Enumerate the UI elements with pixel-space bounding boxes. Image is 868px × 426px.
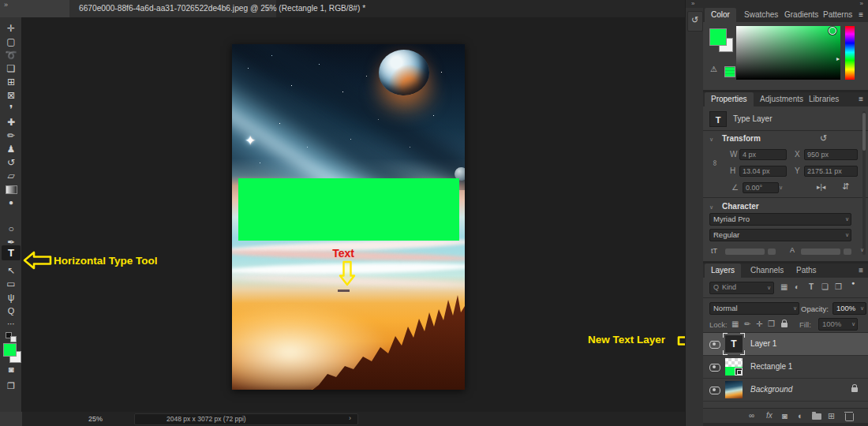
gradient-tool[interactable] [0, 183, 22, 197]
visibility-eye-icon[interactable] [709, 364, 720, 372]
layer-row-selected[interactable]: T Layer 1 [703, 333, 868, 355]
path-selection-tool[interactable]: ↖ [0, 264, 22, 277]
filter-smart-object-icon[interactable]: ❐ [835, 282, 842, 291]
properties-scroll-down-icon[interactable]: ∨ [860, 247, 864, 253]
flip-vertical-icon[interactable]: ⇵ [842, 181, 849, 192]
quick-mask-icon[interactable]: ◙ [0, 363, 22, 376]
clone-stamp-tool[interactable]: ♟ [0, 143, 22, 155]
adjustment-layer-icon[interactable]: ◐ [798, 411, 803, 420]
layer-thumbnail[interactable] [725, 358, 743, 376]
collapse-right-dock-icon[interactable]: » [860, 0, 863, 7]
foreground-color-swatch[interactable] [3, 343, 17, 357]
move-tool[interactable]: ✛ [0, 22, 22, 35]
flip-horizontal-icon[interactable]: ▸|◂ [817, 183, 825, 191]
zoom-tool[interactable]: Q [0, 305, 22, 317]
frame-tool[interactable]: ⊠ [0, 89, 22, 102]
width-field[interactable]: 4 px [739, 149, 787, 160]
tab-swatches[interactable]: Swatches [744, 8, 778, 22]
properties-panel-menu-icon[interactable]: ≡ [859, 95, 863, 103]
link-layers-icon[interactable]: ∞ [749, 411, 754, 420]
hue-slider-marker[interactable]: ▸ [836, 55, 840, 62]
tab-color[interactable]: Color [705, 8, 736, 22]
doc-info-chevron[interactable]: › [349, 414, 351, 422]
history-brush-tool[interactable]: ↺ [0, 156, 22, 169]
layer-name[interactable]: Layer 1 [750, 339, 776, 348]
saturation-field[interactable] [736, 26, 840, 80]
layer-name[interactable]: Background [750, 385, 792, 394]
blend-mode-select[interactable]: Normal∨ [709, 302, 799, 315]
tracking-field[interactable] [801, 248, 840, 255]
layer-filter-field[interactable]: Q Kind ∨ [709, 282, 774, 294]
dodge-tool[interactable]: ○ [0, 222, 22, 235]
lock-position-icon[interactable]: ✛ [756, 320, 762, 328]
kind-dropdown-icon[interactable]: ∨ [767, 285, 771, 291]
blur-tool[interactable]: ● [0, 196, 22, 209]
tab-paths[interactable]: Paths [796, 263, 817, 278]
spot-healing-brush-tool[interactable]: ✚ [0, 116, 22, 129]
filter-type-icon[interactable]: T [809, 282, 814, 291]
tab-libraries[interactable]: Libraries [809, 92, 839, 106]
tab-properties[interactable]: Properties [705, 92, 754, 106]
visibility-eye-icon[interactable] [709, 387, 720, 394]
type-tool-selected-tile[interactable]: T [2, 245, 21, 260]
x-field[interactable]: 950 px [804, 149, 858, 160]
hue-slider[interactable] [845, 26, 855, 80]
lock-transparency-icon[interactable]: ▦ [731, 320, 739, 328]
delete-layer-icon[interactable] [845, 413, 854, 421]
lock-pixels-icon[interactable]: ✏ [744, 320, 750, 328]
layer-name[interactable]: Rectangle 1 [750, 362, 792, 371]
edit-toolbar-icon[interactable]: ⋯ [0, 318, 22, 331]
document-canvas[interactable]: ✦ Text [232, 44, 465, 390]
document-tab[interactable]: 6670e000-88f6-4a6d-aa31-7026522de4b6.jpe… [69, 0, 276, 17]
visibility-eye-icon[interactable] [709, 341, 720, 349]
tab-channels[interactable]: Channels [750, 263, 784, 278]
font-style-select[interactable]: Regular∨ [709, 229, 851, 241]
tab-gradients[interactable]: Gradients [784, 8, 818, 22]
lock-artboard-icon[interactable]: ❐ [768, 320, 775, 328]
layers-panel-menu-icon[interactable]: ≡ [859, 266, 863, 275]
height-field[interactable]: 13.04 px [739, 166, 787, 177]
opacity-field[interactable]: 100%∨ [832, 302, 866, 315]
font-size-dropdown[interactable] [768, 248, 776, 255]
filter-pixel-icon[interactable]: ▦ [780, 282, 788, 291]
crop-tool[interactable]: ⊞ [0, 76, 22, 88]
filter-adjustment-icon[interactable]: ◐ [795, 282, 799, 291]
properties-scrollbar[interactable] [862, 111, 866, 255]
doc-info-field[interactable]: 2048 px x 3072 px (72 ppi) › [134, 413, 358, 425]
transform-collapse-icon[interactable]: ∨ [709, 136, 713, 143]
color-picker-ring[interactable] [829, 27, 836, 35]
brush-tool[interactable]: ✏ [0, 129, 22, 142]
tab-adjustments[interactable]: Adjustments [760, 92, 803, 106]
layer-thumbnail[interactable] [725, 381, 743, 398]
angle-field[interactable]: 0.00° [743, 182, 779, 193]
eyedropper-tool[interactable]: ❜ [0, 103, 22, 115]
filter-shape-icon[interactable]: ❏ [821, 282, 829, 291]
object-selection-tool[interactable]: ❏ [0, 62, 22, 75]
fg-color-chip[interactable] [709, 28, 727, 46]
filter-pin-icon[interactable]: ● [851, 280, 855, 286]
fill-field[interactable]: 100%∨ [818, 318, 858, 331]
eraser-tool[interactable]: ▱ [0, 170, 22, 182]
horizontal-type-tool[interactable]: T [0, 247, 22, 260]
layer-mask-icon[interactable]: ◙ [782, 411, 788, 420]
character-collapse-icon[interactable]: ∨ [709, 204, 713, 211]
angle-dropdown-icon[interactable]: ∨ [779, 185, 783, 191]
lasso-tool[interactable]: ➰ [0, 49, 22, 62]
tab-close-icon[interactable]: × [266, 0, 271, 17]
screen-mode-icon[interactable]: ❐ [0, 379, 22, 392]
zoom-level[interactable]: 25% [88, 415, 103, 423]
transform-reset-icon[interactable]: ↺ [820, 133, 827, 144]
history-panel-button[interactable]: ↺ [687, 11, 703, 32]
font-size-field[interactable] [725, 248, 765, 255]
transform-link-icon[interactable]: ∞ [711, 160, 720, 166]
hand-tool[interactable]: ψ [0, 291, 22, 304]
tab-layers[interactable]: Layers [705, 263, 741, 278]
collapse-panels-icon[interactable]: » [4, 1, 8, 9]
color-panel-menu-icon[interactable]: ≡ [859, 10, 863, 19]
layer-effects-icon[interactable]: fx [766, 411, 773, 420]
new-layer-icon[interactable]: ⊞ [828, 411, 835, 421]
layer-row-background[interactable]: Background [703, 379, 868, 401]
y-field[interactable]: 2175.11 px [804, 166, 858, 177]
tracking-dropdown[interactable] [844, 248, 851, 255]
lock-all-icon[interactable] [781, 323, 788, 327]
